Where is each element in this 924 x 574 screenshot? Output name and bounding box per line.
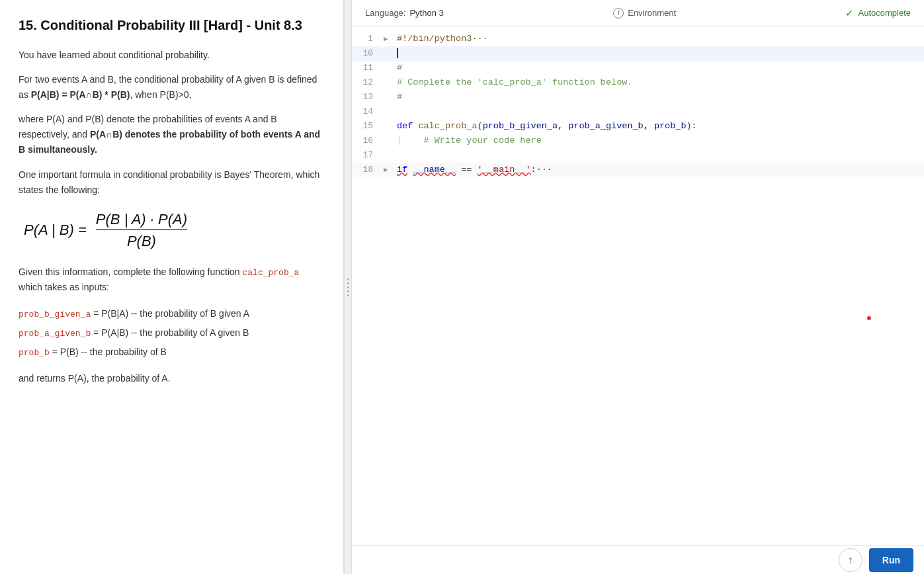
line-arrow-16 [384, 134, 394, 148]
divider-dot-1 [347, 278, 349, 280]
line-content-10 [394, 46, 924, 61]
variable-list: prob_b_given_a = P(B|A) -- the probabili… [19, 304, 325, 362]
paragraph-3: where P(A) and P(B) denote the probabili… [19, 112, 325, 157]
line-number-17: 17 [352, 148, 384, 163]
line-number-12: 12 [352, 75, 384, 90]
language-value: Python 3 [409, 8, 443, 18]
line-content-17 [394, 148, 924, 163]
line-number-15: 15 [352, 119, 384, 134]
check-icon: ✓ [845, 7, 854, 19]
topbar-environment: i Environment [613, 8, 676, 19]
language-label: Language: [365, 8, 405, 18]
divider-dot-4 [347, 290, 349, 292]
paragraph-1: You have learned about conditional proba… [19, 48, 325, 63]
code-line-1: 1 ▶ #!/bin/python3··· [352, 32, 924, 46]
line-arrow-13 [384, 90, 394, 104]
line-arrow-14 [384, 104, 394, 119]
code-line-15: 15 def calc_prob_a(prob_b_given_a, prob_… [352, 119, 924, 134]
topbar-language: Language: Python 3 [365, 8, 444, 18]
paragraph-2: For two events A and B, the conditional … [19, 72, 325, 102]
code-line-17: 17 [352, 148, 924, 163]
code-editor[interactable]: 1 ▶ #!/bin/python3··· 10 11 # 12 # Compl… [352, 26, 924, 545]
topbar-autocomplete[interactable]: ✓ Autocomplete [845, 7, 911, 19]
problem-title: 15. Conditional Probability III [Hard] -… [19, 16, 325, 34]
code-line-12: 12 # Complete the 'calc_prob_a' function… [352, 75, 924, 90]
line-arrow-10 [384, 46, 394, 61]
line-number-18: 18 [352, 163, 384, 177]
red-dot-indicator [867, 316, 871, 320]
panel-divider[interactable] [344, 0, 352, 574]
code-line-18: 18 ▶ if __name__ == '__main__':··· [352, 163, 924, 177]
divider-dot-3 [347, 286, 349, 288]
line-arrow-15 [384, 119, 394, 134]
text-cursor [397, 48, 398, 58]
code-line-14: 14 [352, 104, 924, 119]
line-arrow-11 [384, 61, 394, 75]
right-panel: Language: Python 3 i Environment ✓ Autoc… [352, 0, 924, 574]
scroll-up-button[interactable]: ↑ [839, 548, 862, 572]
editor-bottom: ↑ Run [352, 545, 924, 574]
code-line-11: 11 # [352, 61, 924, 75]
editor-topbar: Language: Python 3 i Environment ✓ Autoc… [352, 0, 924, 26]
paragraph-5: Given this information, complete the fol… [19, 265, 325, 296]
line-content-14 [394, 104, 924, 119]
info-icon: i [613, 8, 624, 19]
line-number-13: 13 [352, 90, 384, 104]
formula-fraction: P(B | A) · P(A) P(B) [96, 211, 187, 250]
line-content-12: # Complete the 'calc_prob_a' function be… [394, 75, 924, 90]
divider-dot-5 [347, 294, 349, 296]
line-content-11: # [394, 61, 924, 75]
line-arrow-1[interactable]: ▶ [384, 32, 394, 46]
paragraph-4: One important formula in conditional pro… [19, 167, 325, 198]
line-arrow-17 [384, 148, 394, 163]
code-line-10: 10 [352, 46, 924, 61]
line-content-15: def calc_prob_a(prob_b_given_a, prob_a_g… [394, 119, 924, 134]
line-number-16: 16 [352, 134, 384, 148]
line-number-1: 1 [352, 32, 384, 46]
line-arrow-12 [384, 75, 394, 90]
left-panel: 15. Conditional Probability III [Hard] -… [0, 0, 344, 574]
line-content-16: | # Write your code here [394, 134, 924, 148]
line-number-11: 11 [352, 61, 384, 75]
paragraph-6: and returns P(A), the probability of A. [19, 371, 325, 386]
func-name-inline: calc_prob_a [243, 268, 300, 278]
divider-dot-2 [347, 282, 349, 284]
line-number-10: 10 [352, 46, 384, 61]
line-number-14: 14 [352, 104, 384, 119]
run-button[interactable]: Run [869, 548, 913, 572]
var-item-2: prob_a_given_b = P(A|B) -- the probabili… [19, 323, 325, 343]
var-item-3: prob_b = P(B) -- the probability of B [19, 343, 325, 362]
line-arrow-18[interactable]: ▶ [384, 163, 394, 177]
formula-block: P(A | B) = P(B | A) · P(A) P(B) [19, 211, 325, 250]
line-content-13: # [394, 90, 924, 104]
environment-label: Environment [628, 8, 676, 18]
line-content-1: #!/bin/python3··· [394, 32, 924, 46]
var-item-1: prob_b_given_a = P(B|A) -- the probabili… [19, 304, 325, 323]
code-line-16: 16 | # Write your code here [352, 134, 924, 148]
code-line-13: 13 # [352, 90, 924, 104]
autocomplete-label: Autocomplete [858, 8, 911, 18]
line-content-18: if __name__ == '__main__':··· [394, 163, 924, 177]
